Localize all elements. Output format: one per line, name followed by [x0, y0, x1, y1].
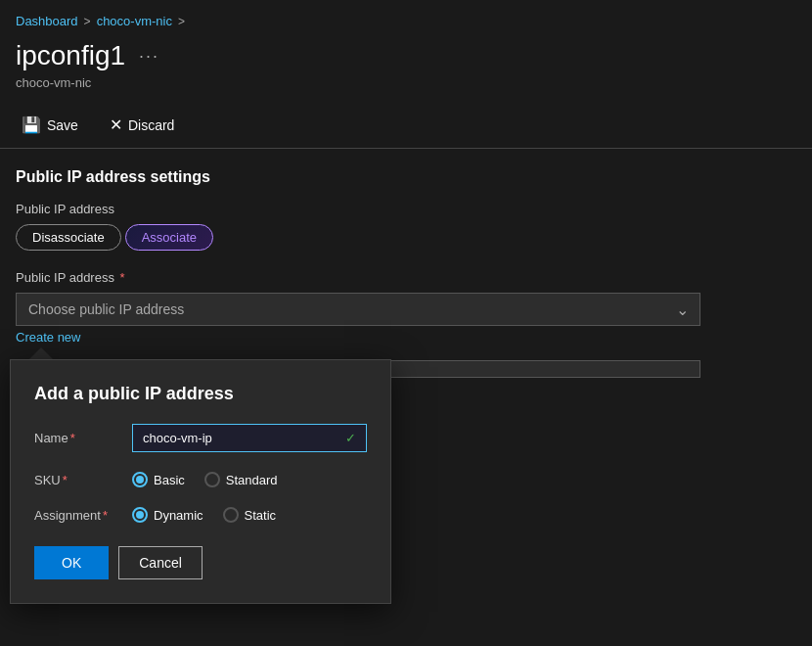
ip-toggle-group: Disassociate Associate [16, 224, 796, 251]
ip-field-label: Public IP address [16, 202, 796, 216]
sku-field: SKU* Basic Standard [34, 472, 367, 487]
breadcrumb: Dashboard > choco-vm-nic > [0, 0, 812, 34]
sku-basic-label: Basic [154, 473, 185, 487]
page-subtitle: choco-vm-nic [0, 75, 812, 102]
ip-dropdown[interactable]: Choose public IP address [16, 293, 700, 326]
assignment-label: Assignment* [34, 508, 132, 523]
assignment-required-star: * [103, 508, 108, 523]
name-label: Name* [34, 431, 132, 445]
discard-icon: ✕ [110, 115, 122, 134]
breadcrumb-sep-2: > [178, 15, 185, 28]
dialog-footer: OK Cancel [34, 546, 367, 579]
dialog-title: Add a public IP address [34, 384, 367, 404]
ok-button[interactable]: OK [34, 546, 109, 579]
required-star-dropdown: * [120, 270, 125, 285]
breadcrumb-nic[interactable]: choco-vm-nic [97, 14, 172, 28]
more-options-button[interactable]: ··· [139, 46, 159, 67]
create-new-link[interactable]: Create new [16, 330, 80, 345]
sku-basic-dot [136, 476, 144, 484]
input-check-icon: ✓ [345, 431, 356, 445]
associate-button[interactable]: Associate [125, 224, 213, 251]
add-ip-dialog: Add a public IP address Name* ✓ SKU* [10, 347, 391, 604]
toolbar: 💾 Save ✕ Discard [0, 102, 812, 149]
ip-dropdown-wrapper: Choose public IP address ⌄ [16, 293, 700, 326]
save-icon: 💾 [22, 115, 41, 134]
assignment-static-radio[interactable] [223, 507, 239, 523]
discard-label: Discard [128, 117, 174, 133]
name-required-star: * [70, 431, 75, 445]
assignment-static-label: Static [245, 508, 277, 523]
assignment-dynamic-radio[interactable] [132, 507, 148, 523]
sku-required-star: * [63, 473, 68, 487]
sku-standard-label: Standard [226, 473, 278, 487]
disassociate-button[interactable]: Disassociate [16, 224, 121, 251]
breadcrumb-dashboard[interactable]: Dashboard [16, 14, 78, 28]
dialog-box: Add a public IP address Name* ✓ SKU* [10, 359, 391, 604]
sku-basic-option[interactable]: Basic [132, 472, 185, 487]
sku-standard-option[interactable]: Standard [204, 472, 278, 487]
assignment-static-option[interactable]: Static [223, 507, 277, 523]
sku-basic-radio[interactable] [132, 472, 148, 487]
sku-radio-group: Basic Standard [132, 472, 278, 487]
sku-standard-radio[interactable] [204, 472, 220, 487]
name-input-wrapper: ✓ [132, 424, 367, 452]
name-input[interactable] [143, 431, 339, 445]
name-field: Name* ✓ [34, 424, 367, 452]
breadcrumb-sep-1: > [84, 15, 91, 28]
ip-dropdown-label: Public IP address * [16, 270, 796, 285]
assignment-radio-group: Dynamic Static [132, 507, 276, 523]
save-button[interactable]: 💾 Save [16, 112, 84, 138]
page-title: ipconfig1 [16, 40, 125, 71]
section-title: Public IP address settings [16, 168, 796, 186]
discard-button[interactable]: ✕ Discard [104, 112, 180, 138]
assignment-field: Assignment* Dynamic Static [34, 507, 367, 523]
assignment-dynamic-dot [136, 511, 144, 519]
page-container: Dashboard > choco-vm-nic > ipconfig1 ···… [0, 0, 812, 646]
assignment-dynamic-label: Dynamic [154, 508, 203, 523]
cancel-button[interactable]: Cancel [118, 546, 203, 579]
dialog-arrow [29, 347, 53, 359]
save-label: Save [47, 117, 78, 133]
title-area: ipconfig1 ··· [0, 34, 812, 75]
sku-label: SKU* [34, 473, 132, 487]
assignment-dynamic-option[interactable]: Dynamic [132, 507, 203, 523]
